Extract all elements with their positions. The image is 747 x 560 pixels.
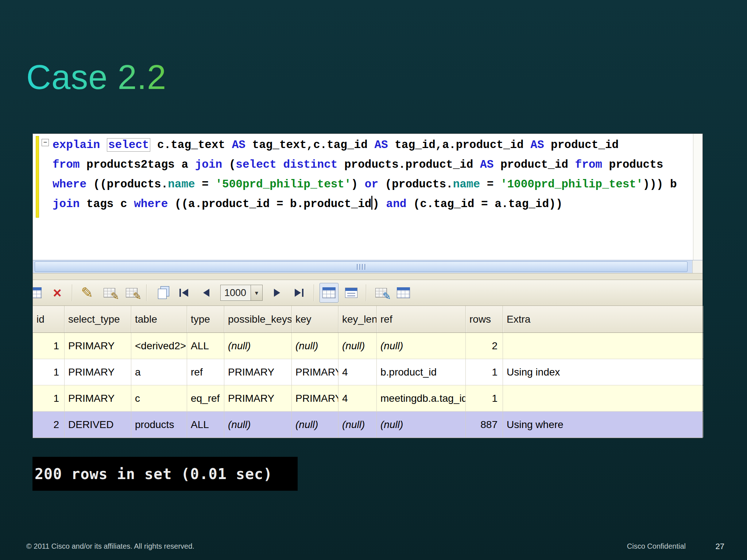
editor-vertical-scrollbar[interactable] xyxy=(693,134,703,260)
export-grid-icon[interactable] xyxy=(394,283,413,303)
table-cell[interactable]: 4 xyxy=(338,359,377,385)
table-cell[interactable]: products xyxy=(131,412,187,438)
sql-line: where ((products.name = '500prd_philip_t… xyxy=(53,175,690,194)
apply-changes-icon[interactable] xyxy=(100,283,119,303)
pane-splitter[interactable] xyxy=(33,273,703,280)
next-page-icon-glyph xyxy=(274,289,280,297)
next-page-icon[interactable] xyxy=(267,283,286,303)
scrollbar-thumb[interactable] xyxy=(35,261,688,272)
column-header-possible_keys[interactable]: possible_keys xyxy=(224,306,292,332)
table-cell[interactable]: PRIMARY xyxy=(224,385,292,411)
table-cell[interactable]: 1 xyxy=(466,359,503,385)
table-cell[interactable] xyxy=(503,385,703,411)
sql-keyword: select xyxy=(107,138,151,152)
table-cell[interactable]: PRIMARY xyxy=(65,385,131,411)
table-cell[interactable]: (null) xyxy=(338,412,377,438)
table-cell[interactable]: 887 xyxy=(466,412,503,438)
edit-record-icon[interactable]: ✎ xyxy=(78,283,97,303)
column-header-ref[interactable]: ref xyxy=(377,306,466,332)
table-cell[interactable]: PRIMARY xyxy=(65,333,131,359)
sql-string: '500prd_philip_test' xyxy=(216,178,351,191)
table-row[interactable]: 1PRIMARYarefPRIMARYPRIMARY4b.product_id1… xyxy=(33,359,703,385)
sql-text: products.product_id xyxy=(337,158,480,171)
delete-record-icon[interactable]: × xyxy=(48,283,67,303)
table-cell[interactable]: 1 xyxy=(466,385,503,411)
table-cell[interactable]: (null) xyxy=(224,412,292,438)
export-grid-icon-glyph xyxy=(397,287,410,298)
sql-keyword: where xyxy=(134,198,168,210)
sql-keyword: AS xyxy=(374,139,388,151)
results-table-header: idselect_typetabletypepossible_keyskeyke… xyxy=(33,306,703,333)
sql-text: products2tags a xyxy=(80,158,195,171)
sql-keyword: from xyxy=(575,158,602,171)
table-cell[interactable]: Using index xyxy=(503,359,703,385)
sql-line: join tags c where ((a.product_id = b.pro… xyxy=(53,194,690,214)
toolbar-separator xyxy=(366,284,367,301)
previous-page-icon[interactable] xyxy=(197,283,216,303)
table-cell[interactable]: meetingdb.a.tag_id xyxy=(377,385,466,411)
table-cell[interactable]: ref xyxy=(187,359,224,385)
table-cell[interactable]: PRIMARY xyxy=(292,359,338,385)
column-header-key[interactable]: key xyxy=(292,306,338,332)
first-page-icon[interactable] xyxy=(174,283,193,303)
table-cell[interactable]: DERIVED xyxy=(65,412,131,438)
sql-text: ( xyxy=(222,158,236,171)
table-cell[interactable]: 4 xyxy=(338,385,377,411)
table-cell[interactable]: PRIMARY xyxy=(224,359,292,385)
table-cell[interactable]: b.product_id xyxy=(377,359,466,385)
column-header-Extra[interactable]: Extra xyxy=(503,306,703,332)
filter-grid-icon[interactable] xyxy=(372,283,391,303)
sql-code: explain select c.tag_text AS tag_text,c.… xyxy=(53,135,690,214)
table-cell[interactable]: (null) xyxy=(377,333,466,359)
last-page-icon[interactable] xyxy=(290,283,309,303)
table-cell[interactable]: c xyxy=(131,385,187,411)
table-cell[interactable]: ALL xyxy=(187,412,224,438)
copy-rows-icon-glyph xyxy=(158,289,167,299)
table-cell[interactable]: ALL xyxy=(187,333,224,359)
table-cell[interactable]: 1 xyxy=(33,359,65,385)
discard-changes-icon[interactable] xyxy=(122,283,141,303)
copy-rows-icon[interactable] xyxy=(152,283,171,303)
table-cell[interactable]: 1 xyxy=(33,333,65,359)
column-header-id[interactable]: id xyxy=(33,306,65,332)
form-view-icon[interactable] xyxy=(342,283,361,303)
table-cell[interactable] xyxy=(503,333,703,359)
table-row[interactable]: 1PRIMARY<derived2>ALL(null)(null)(null)(… xyxy=(33,333,703,359)
table-cell[interactable]: eq_ref xyxy=(187,385,224,411)
table-cell[interactable]: 2 xyxy=(466,333,503,359)
column-header-rows[interactable]: rows xyxy=(466,306,503,332)
page-size-dropdown[interactable]: 1000▼ xyxy=(220,285,263,301)
sql-editor[interactable]: − explain select c.tag_text AS tag_text,… xyxy=(33,134,703,260)
table-cell[interactable]: (null) xyxy=(377,412,466,438)
table-cell[interactable]: (null) xyxy=(292,412,338,438)
grid-view-icon[interactable] xyxy=(320,283,338,303)
table-row[interactable]: 2DERIVEDproductsALL(null)(null)(null)(nu… xyxy=(33,412,703,438)
sql-text: product_id xyxy=(544,139,619,151)
dropdown-arrow-icon[interactable]: ▼ xyxy=(251,285,262,300)
table-cell[interactable]: PRIMARY xyxy=(65,359,131,385)
table-cell[interactable]: (null) xyxy=(292,333,338,359)
code-fold-toggle[interactable]: − xyxy=(42,139,49,146)
table-cell[interactable]: (null) xyxy=(338,333,377,359)
table-cell[interactable]: 1 xyxy=(33,385,65,411)
add-record-icon[interactable] xyxy=(33,283,44,303)
sql-text: = xyxy=(480,178,500,191)
table-cell[interactable]: PRIMARY xyxy=(292,385,338,411)
sql-line: explain select c.tag_text AS tag_text,c.… xyxy=(53,135,690,155)
table-cell[interactable]: a xyxy=(131,359,187,385)
sql-keyword: join xyxy=(53,198,80,210)
table-cell[interactable]: (null) xyxy=(224,333,292,359)
table-row[interactable]: 1PRIMARYceq_refPRIMARYPRIMARY4meetingdb.… xyxy=(33,385,703,412)
table-cell[interactable]: <derived2> xyxy=(131,333,187,359)
sql-text: tags c xyxy=(80,198,134,210)
column-header-select_type[interactable]: select_type xyxy=(65,306,131,332)
sql-keyword: select xyxy=(236,158,276,171)
terminal-output: 200 rows in set (0.01 sec) xyxy=(32,457,298,491)
editor-horizontal-scrollbar[interactable] xyxy=(33,260,703,273)
sql-text: ) xyxy=(372,198,386,210)
column-header-key_len[interactable]: key_len xyxy=(338,306,377,332)
column-header-table[interactable]: table xyxy=(131,306,187,332)
table-cell[interactable]: Using where xyxy=(503,412,703,438)
column-header-type[interactable]: type xyxy=(187,306,224,332)
table-cell[interactable]: 2 xyxy=(33,412,65,438)
